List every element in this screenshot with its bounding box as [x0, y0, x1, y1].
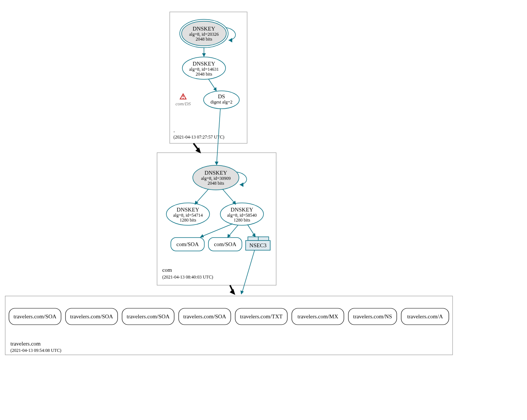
- label-nsec3: NSEC3: [249, 242, 266, 248]
- arrow-com-to-trav-thick: [230, 289, 235, 295]
- label-com-soa-a: com/SOA: [176, 241, 199, 247]
- arrow-root-zsk-ds: [213, 87, 217, 91]
- node-root-zsk-l2: alg=8, id=14631: [189, 67, 219, 72]
- label-root-warn: com/DS: [175, 101, 191, 106]
- travelers-records: travelers.com/SOA travelers.com/SOA trav…: [9, 308, 449, 325]
- zone-timestamp-travelers: (2021-04-13 09:54:08 UTC): [10, 348, 61, 353]
- trav-rr-3: travelers.com/SOA: [183, 314, 226, 319]
- node-root-ds-l2: digest alg=2: [210, 99, 232, 105]
- edge-comksk-zskb: [223, 189, 235, 204]
- node-root-zsk-title: DNSKEY: [193, 61, 215, 67]
- node-root-zsk-l3: 2048 bits: [196, 71, 213, 77]
- svg-rect-2: [248, 237, 258, 241]
- node-root-ksk-l3: 2048 bits: [196, 36, 213, 42]
- arrow-root-ksk-self: [229, 38, 232, 42]
- zone-label-travelers: travelers.com: [10, 341, 41, 347]
- svg-point-1: [183, 98, 183, 99]
- zone-timestamp-root: (2021-04-13 07:27:57 UTC): [173, 134, 224, 140]
- node-com-zsk-a-l2: alg=8, id=54714: [173, 213, 203, 218]
- zone-label-com: com: [162, 267, 172, 273]
- label-com-soa-b: com/SOA: [214, 241, 236, 247]
- arrow-root-ksk-zsk: [202, 53, 206, 57]
- edge-zskb-soab: [228, 225, 238, 237]
- node-root-ksk-title: DNSKEY: [193, 26, 215, 32]
- node-com-zsk-b-l3: 1280 bits: [234, 217, 250, 223]
- node-root-ds-title: DS: [218, 93, 225, 99]
- arrow-nsec3-down: [240, 290, 244, 295]
- trav-rr-4: travelers.com/TXT: [240, 314, 283, 319]
- trav-rr-1: travelers.com/SOA: [70, 314, 113, 319]
- trav-rr-7: travelers.com/A: [407, 314, 443, 319]
- trav-rr-0: travelers.com/SOA: [13, 314, 57, 319]
- trav-rr-6: travelers.com/NS: [353, 314, 392, 319]
- node-com-ksk-title: DNSKEY: [205, 170, 227, 176]
- node-com-zsk-a-title: DNSKEY: [177, 207, 199, 213]
- zone-box-travelers: [5, 296, 453, 355]
- node-root-ksk-l2: alg=8, id=20326: [189, 32, 219, 37]
- node-com-zsk-b-title: DNSKEY: [231, 207, 253, 213]
- arrow-ds-to-comksk: [215, 162, 218, 165]
- node-com-ksk-l3: 2048 bits: [208, 181, 224, 186]
- edge-comksk-zska: [195, 189, 208, 204]
- arrow-com-ksk-self: [240, 182, 243, 187]
- svg-rect-3: [258, 237, 269, 241]
- edge-nsec3-down: [242, 250, 255, 293]
- warning-icon: [180, 94, 186, 99]
- node-com-zsk-b-l2: alg=8, id=58540: [227, 213, 257, 218]
- zone-timestamp-com: (2021-04-13 08:40:03 UTC): [162, 274, 213, 280]
- trav-rr-5: travelers.com/MX: [297, 314, 338, 319]
- trav-rr-2: travelers.com/SOA: [127, 314, 170, 319]
- zone-label-root: .: [173, 127, 175, 133]
- node-com-ksk-l2: alg=8, id=30909: [201, 176, 231, 181]
- node-com-zsk-a-l3: 1280 bits: [180, 217, 197, 223]
